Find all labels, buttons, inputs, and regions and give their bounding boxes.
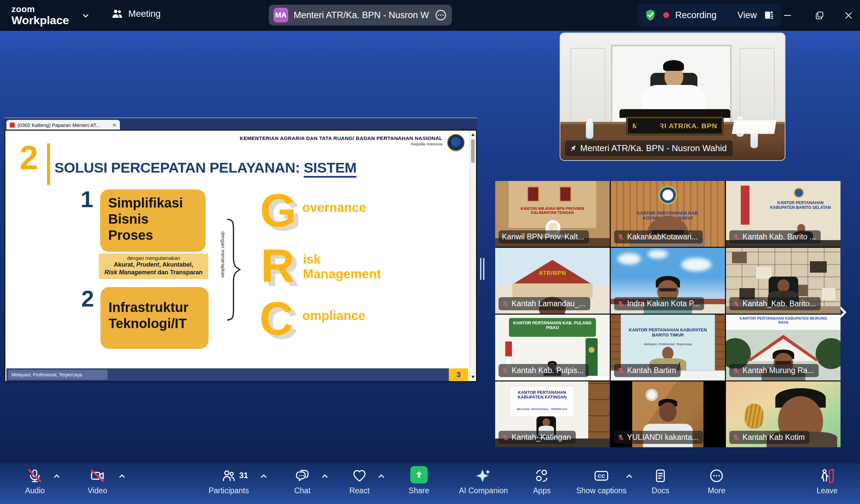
react-button[interactable]: React bbox=[349, 468, 370, 495]
restore-window-button[interactable] bbox=[812, 8, 827, 23]
scroll-up-icon[interactable] bbox=[471, 133, 475, 136]
water-bottle bbox=[586, 121, 593, 139]
bpn-logo-icon bbox=[658, 186, 677, 205]
participant-name-label: Indra Kakan Kota P... bbox=[614, 297, 704, 310]
bpn-logo-icon bbox=[794, 188, 804, 198]
meeting-stage: (0302 Kalteng) Paparan Menteri AT... ✕ K… bbox=[0, 31, 860, 463]
office-sign: KANTOR PERTANAHAN KABUPATEN BARITO SELAT… bbox=[767, 201, 834, 210]
office-sign-motto: MELAYANI, PROFESIONAL, TERPERCAYA bbox=[511, 407, 573, 411]
meeting-title-pill[interactable]: MA Menteri ATR/Ka. BPN - Nusron W bbox=[269, 5, 452, 26]
ellipsis-icon[interactable] bbox=[434, 9, 447, 21]
leave-door-icon bbox=[817, 468, 838, 484]
video-options-chevron[interactable] bbox=[118, 473, 126, 479]
ai-companion-button[interactable]: AI Companion bbox=[459, 468, 508, 495]
view-layout-icon[interactable] bbox=[763, 10, 774, 21]
ministry-name: KEMENTERIAN AGRARIA DAN TATA RUANG/ BADA… bbox=[240, 135, 442, 142]
subbox-line1: dengan mengutamakan bbox=[99, 255, 208, 261]
chat-label: Chat bbox=[294, 486, 311, 495]
building-wall bbox=[512, 283, 592, 298]
video-tile[interactable]: ATR/BPN Indra Kakan Kota P... bbox=[611, 248, 725, 314]
window-titlebar: zoom Workplace Meeting MA Menteri ATR/Ka… bbox=[0, 0, 860, 31]
pinned-speaker-video[interactable]: MENTERI ATR/KA. BPN Menteri ATR/Ka. BPN … bbox=[560, 33, 785, 161]
captions-icon: CC bbox=[576, 468, 627, 484]
shared-window-tabbar: (0302 Kalteng) Paparan Menteri AT... ✕ bbox=[4, 118, 477, 130]
muted-mic-icon bbox=[617, 300, 624, 307]
slide-header: KEMENTERIAN AGRARIA DAN TATA RUANG/ BADA… bbox=[240, 135, 442, 146]
chat-button[interactable]: Chat bbox=[294, 468, 311, 495]
video-tile[interactable]: KANTOR PERTANAHAN KAB. KOTAWARINGIN BARA… bbox=[611, 181, 725, 247]
logo-workplace: Workplace bbox=[11, 14, 69, 26]
scroll-down-icon[interactable] bbox=[471, 376, 475, 379]
document-tab-title: (0302 Kalteng) Paparan Menteri AT... bbox=[17, 122, 110, 128]
grc-word-risk: isk bbox=[303, 252, 321, 267]
slide-page-number: 3 bbox=[449, 368, 468, 381]
leave-button[interactable]: Leave bbox=[817, 468, 838, 495]
wall-panel bbox=[570, 48, 605, 123]
audio-options-chevron[interactable] bbox=[53, 473, 60, 479]
camera-muted-icon bbox=[88, 468, 107, 484]
participants-options-chevron[interactable] bbox=[260, 473, 268, 479]
slide-canvas: KEMENTERIAN AGRARIA DAN TATA RUANG/ BADA… bbox=[4, 130, 477, 382]
react-options-chevron[interactable] bbox=[377, 473, 385, 479]
video-tile[interactable]: ATR/BPN Kantah Lamandau_... bbox=[495, 248, 610, 314]
close-window-button[interactable] bbox=[841, 8, 856, 23]
item1-line3: Proses bbox=[108, 227, 205, 243]
chat-icon bbox=[294, 468, 311, 484]
chevron-down-icon[interactable] bbox=[82, 12, 89, 19]
participant-name-label: YULIANDI kakanta... bbox=[614, 431, 703, 444]
tab-close-icon[interactable]: ✕ bbox=[112, 122, 117, 128]
mosaic-square bbox=[810, 261, 827, 273]
audio-button[interactable]: Audio bbox=[25, 468, 45, 495]
recording-label: Recording bbox=[675, 10, 717, 20]
scrollbar-thumb[interactable] bbox=[471, 139, 475, 163]
minimize-button[interactable] bbox=[780, 8, 795, 23]
meeting-title: Menteri ATR/Ka. BPN - Nusron W bbox=[293, 10, 429, 20]
video-tile[interactable]: KANTOR WILAYAH BPN PROVINSI KALIMANTAN T… bbox=[495, 181, 610, 247]
item2-line1: Infrastruktur bbox=[109, 299, 209, 315]
video-button[interactable]: Video bbox=[88, 468, 107, 495]
captions-options-chevron[interactable] bbox=[626, 473, 633, 479]
muted-mic-icon bbox=[733, 234, 740, 240]
muted-mic-icon bbox=[617, 367, 624, 374]
muted-mic-icon bbox=[733, 434, 740, 441]
more-button[interactable]: More bbox=[708, 468, 725, 495]
share-screen-icon bbox=[410, 466, 428, 484]
slide-motto: Melayani, Profesional, Terpercaya bbox=[8, 370, 108, 380]
apps-button[interactable]: Apps bbox=[533, 468, 550, 495]
share-button[interactable]: Share bbox=[408, 468, 429, 495]
pdf-file-icon bbox=[10, 122, 15, 128]
video-tile[interactable]: KANTOR PERTANAHAN KABUPATEN BARITO SELAT… bbox=[726, 181, 841, 247]
slide-title-main: SOLUSI PERCEPATAN PELAYANAN: bbox=[54, 160, 304, 176]
muted-mic-icon bbox=[733, 367, 740, 374]
mosaic-square bbox=[756, 267, 772, 279]
docs-label: Docs bbox=[652, 486, 669, 495]
brace-label: dengan menerapkan bbox=[220, 231, 226, 278]
show-captions-button[interactable]: CC Show captions bbox=[576, 468, 627, 495]
chat-options-chevron[interactable] bbox=[321, 473, 329, 479]
grc-letter-r: R bbox=[261, 242, 295, 289]
item1-box: Simplifikasi Bisnis Proses bbox=[100, 189, 205, 252]
video-tile[interactable]: KANTOR PERTANAHAN KAB. PULANG PISAU Kant… bbox=[495, 315, 610, 381]
tab-meeting[interactable]: Meeting bbox=[111, 8, 161, 20]
video-tile[interactable]: YULIANDI kakanta... bbox=[611, 382, 725, 447]
red-flag bbox=[741, 186, 749, 225]
scrollbar[interactable] bbox=[469, 131, 476, 381]
security-shield-icon[interactable] bbox=[644, 9, 657, 22]
video-tile[interactable]: KANTOR PERTANAHAN KABUPATEN BARITO TIMUR… bbox=[611, 315, 725, 381]
grc-letter-g: G bbox=[260, 187, 297, 234]
muted-mic-icon bbox=[617, 234, 624, 240]
cloud bbox=[617, 253, 641, 265]
docs-button[interactable]: Docs bbox=[652, 468, 669, 495]
wood-cabinet bbox=[588, 382, 610, 447]
video-tile[interactable]: KANTOR PERTANAHAN KABUPATEN MURUNG RAYA … bbox=[726, 315, 841, 381]
document-tab[interactable]: (0302 Kalteng) Paparan Menteri AT... ✕ bbox=[6, 120, 120, 130]
view-button-label[interactable]: View bbox=[737, 10, 757, 20]
grc-word-management: Management bbox=[303, 267, 381, 282]
video-tile[interactable]: Kantah_Kab. Barito... bbox=[726, 248, 841, 314]
video-tile[interactable]: Kantah Kab Kotim bbox=[726, 382, 841, 447]
people-icon bbox=[111, 8, 124, 20]
meeting-status-pill: Recording View bbox=[637, 4, 781, 26]
participants-count: 31 bbox=[239, 471, 248, 480]
panel-drag-handle[interactable] bbox=[480, 258, 485, 280]
video-tile[interactable]: KANTOR PERTANAHAN KABUPATEN KATINGAN MEL… bbox=[495, 382, 610, 447]
